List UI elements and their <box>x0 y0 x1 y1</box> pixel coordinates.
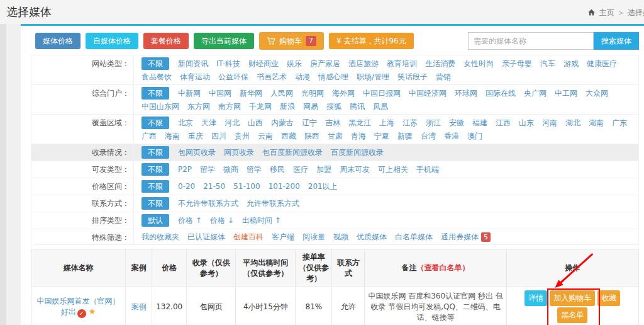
filter-option[interactable]: 澳门 <box>467 130 482 142</box>
filter-option[interactable]: 职场/管理 <box>357 71 389 83</box>
filter-option[interactable]: 天津 <box>201 117 216 129</box>
filter-selected-chip[interactable]: 不限 <box>142 57 169 70</box>
filter-option[interactable]: P2P <box>178 163 192 176</box>
filter-option[interactable]: 价格 ↓ <box>210 214 234 227</box>
filter-option[interactable]: 广东 <box>612 117 627 129</box>
filter-option[interactable]: IT-科技 <box>216 57 240 70</box>
filter-option[interactable]: 甘肃 <box>328 130 343 142</box>
filter-option[interactable]: 河南 <box>542 117 557 129</box>
filter-option[interactable]: 山西 <box>248 117 263 129</box>
filter-option[interactable]: 江苏 <box>402 117 418 129</box>
filter-option[interactable]: 新疆 <box>397 130 413 142</box>
filter-option[interactable]: 河北 <box>225 117 240 129</box>
filter-option[interactable]: 百度新闻源收录 <box>331 146 384 159</box>
filter-option[interactable]: 201以上 <box>308 180 338 193</box>
filter-option[interactable]: 微商 <box>223 163 238 176</box>
filter-option[interactable]: 营销 <box>436 71 451 83</box>
filter-option[interactable]: 食品餐饮 <box>142 71 172 83</box>
filter-option[interactable]: 中国山东网 <box>142 100 179 113</box>
filter-option[interactable]: 动漫 <box>295 71 310 83</box>
filter-selected-chip[interactable]: 不限 <box>142 180 169 193</box>
blacklist-button[interactable]: 黑名单 <box>557 307 587 323</box>
filter-option[interactable]: 生活消费 <box>425 57 455 70</box>
filter-option[interactable]: 客户端 <box>272 231 294 243</box>
filter-option[interactable]: 亲子母婴 <box>502 57 532 70</box>
filter-option[interactable]: 云南 <box>258 130 273 142</box>
filter-option[interactable]: 游戏 <box>564 57 579 70</box>
filter-option[interactable]: 创建百科 <box>233 231 264 243</box>
filter-option[interactable]: 青海 <box>351 130 366 142</box>
filter-option[interactable]: 娱乐 <box>287 57 302 70</box>
filter-option[interactable]: 台湾 <box>421 130 436 142</box>
filter-option[interactable]: 视频 <box>333 231 348 243</box>
filter-option[interactable]: 辽宁 <box>302 117 317 129</box>
filter-option[interactable]: 101-200 <box>269 180 300 193</box>
filter-option[interactable]: 西藏 <box>281 130 296 142</box>
filter-option[interactable]: 山东 <box>519 117 534 129</box>
favorite-button[interactable]: 收藏 <box>597 290 620 306</box>
filter-option[interactable]: 广西 <box>142 130 157 142</box>
filter-option[interactable]: 四川 <box>211 130 226 142</box>
filter-option[interactable]: 女性时尚 <box>464 57 494 70</box>
filter-selected-chip[interactable]: 不限 <box>142 146 169 159</box>
filter-option[interactable]: 国际在线 <box>486 87 516 100</box>
filter-option[interactable]: 央广网 <box>524 87 547 100</box>
filter-option[interactable]: 环球网 <box>455 87 477 100</box>
filter-option[interactable]: 黑龙江 <box>348 117 371 129</box>
filter-selected-chip[interactable]: 默认 <box>142 214 169 227</box>
filter-option[interactable]: 宁夏 <box>374 130 389 142</box>
filter-option[interactable]: 搜狐 <box>326 100 341 113</box>
filter-option[interactable]: 我的收藏夹 <box>142 231 179 243</box>
filter-option[interactable]: 医疗 <box>293 163 308 176</box>
filter-option[interactable]: 0-20 <box>178 180 195 193</box>
filter-option[interactable]: 光明网 <box>301 87 324 100</box>
filter-option[interactable]: 出稿时间 ↑ <box>242 214 281 227</box>
filter-option[interactable]: 移民 <box>270 163 285 176</box>
filter-option[interactable]: 新浪 <box>280 100 295 113</box>
filter-option[interactable]: 51-100 <box>233 180 260 193</box>
media-search-button[interactable]: 搜索媒体 <box>594 32 639 50</box>
filter-option[interactable]: 凤凰 <box>373 100 388 113</box>
filter-option[interactable]: 腾讯 <box>350 100 365 113</box>
filter-option[interactable]: 阅读量 <box>303 231 325 243</box>
filter-option[interactable]: 新华网 <box>240 87 262 100</box>
filter-option[interactable]: 中国网 <box>209 87 231 100</box>
filter-option[interactable]: 上海 <box>379 117 394 129</box>
filter-option[interactable]: 海南 <box>165 130 180 142</box>
breadcrumb-home[interactable]: 主页 <box>599 8 614 18</box>
filter-option[interactable]: 房产家居 <box>310 57 340 70</box>
filter-option[interactable]: 千龙网 <box>249 100 272 113</box>
cart-toggle-button[interactable]: 加入购物车 <box>550 290 595 306</box>
filter-option[interactable]: 手机端 <box>416 163 439 176</box>
filter-option[interactable]: 东方网 <box>187 100 210 113</box>
filter-option[interactable]: 吉林 <box>325 117 340 129</box>
filter-option[interactable]: 通用券媒体 <box>441 231 479 243</box>
package-price-button[interactable]: 套餐价格 <box>143 33 189 49</box>
filter-option[interactable]: 优质媒体 <box>357 231 387 243</box>
filter-option[interactable]: 新闻资讯 <box>178 57 208 70</box>
filter-selected-chip[interactable]: 不限 <box>142 87 169 100</box>
media-search-input[interactable] <box>468 32 594 50</box>
filter-option[interactable]: 不允许带联系方式 <box>178 197 238 210</box>
filter-option[interactable]: 福建 <box>472 117 487 129</box>
filter-option[interactable]: 重庆 <box>188 130 203 142</box>
filter-option[interactable]: 包百度新闻源收录 <box>262 146 323 159</box>
filter-option[interactable]: 北京 <box>178 117 193 129</box>
case-link[interactable]: 案例 <box>131 302 147 311</box>
filter-option[interactable]: 留学 <box>247 163 262 176</box>
filter-option[interactable]: 中国经济网 <box>409 87 447 100</box>
filter-option[interactable]: 内蒙古 <box>271 117 294 129</box>
filter-option[interactable]: 中工网 <box>555 87 577 100</box>
filter-option[interactable]: 香港 <box>444 130 459 142</box>
filter-option[interactable]: 湖南 <box>589 117 604 129</box>
filter-selected-chip[interactable]: 不限 <box>142 197 169 210</box>
export-current-media-button[interactable]: 导出当前媒体 <box>194 33 254 49</box>
filter-option[interactable]: 已认证媒体 <box>187 231 225 243</box>
media-price-button[interactable]: 媒体价格 <box>35 33 80 49</box>
detail-button[interactable]: 详情 <box>525 290 547 306</box>
filter-option[interactable]: 湖北 <box>565 117 580 129</box>
filter-option[interactable]: 包网页收录 <box>178 146 216 159</box>
filter-option[interactable]: 中新网 <box>178 87 201 100</box>
filter-selected-chip[interactable]: 不限 <box>142 117 169 129</box>
filter-option[interactable]: 中国日报网 <box>363 87 401 100</box>
